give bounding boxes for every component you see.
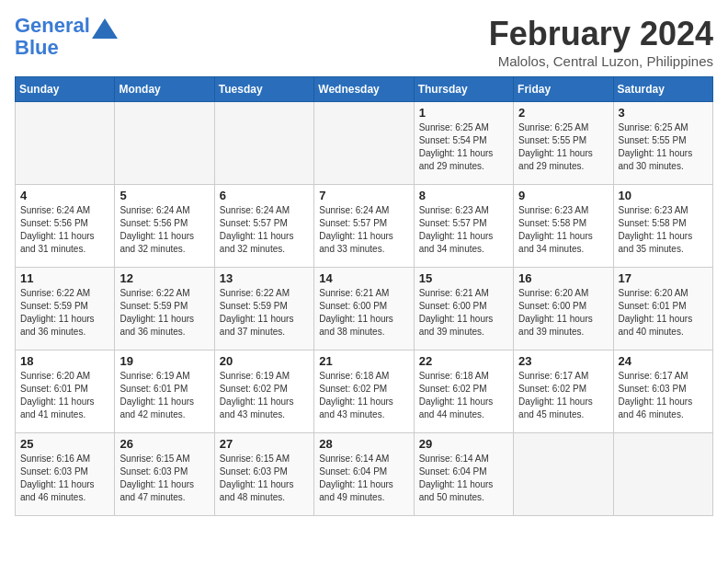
day-info: Sunrise: 6:23 AM Sunset: 5:58 PM Dayligh… bbox=[619, 204, 708, 256]
day-cell: 9Sunrise: 6:23 AM Sunset: 5:58 PM Daylig… bbox=[514, 185, 613, 268]
day-number: 6 bbox=[220, 189, 309, 202]
day-number: 25 bbox=[20, 437, 109, 451]
day-info: Sunrise: 6:20 AM Sunset: 6:00 PM Dayligh… bbox=[518, 287, 608, 339]
day-info: Sunrise: 6:25 AM Sunset: 5:55 PM Dayligh… bbox=[518, 121, 608, 173]
day-info: Sunrise: 6:15 AM Sunset: 6:03 PM Dayligh… bbox=[220, 453, 309, 504]
day-info: Sunrise: 6:17 AM Sunset: 6:03 PM Dayligh… bbox=[619, 370, 708, 421]
header: GeneralBlue February 2024 Malolos, Centr… bbox=[15, 15, 713, 69]
day-info: Sunrise: 6:14 AM Sunset: 6:04 PM Dayligh… bbox=[419, 453, 508, 504]
day-number: 11 bbox=[20, 271, 109, 285]
month-year-title: February 2024 bbox=[489, 15, 713, 53]
day-cell: 12Sunrise: 6:22 AM Sunset: 5:59 PM Dayli… bbox=[115, 268, 214, 350]
day-info: Sunrise: 6:21 AM Sunset: 6:00 PM Dayligh… bbox=[319, 287, 408, 339]
svg-marker-0 bbox=[92, 18, 118, 39]
day-info: Sunrise: 6:23 AM Sunset: 5:58 PM Dayligh… bbox=[518, 204, 608, 256]
day-number: 29 bbox=[419, 437, 508, 451]
day-info: Sunrise: 6:25 AM Sunset: 5:54 PM Dayligh… bbox=[419, 121, 508, 173]
day-info: Sunrise: 6:18 AM Sunset: 6:02 PM Dayligh… bbox=[319, 370, 408, 421]
day-number: 4 bbox=[20, 189, 109, 202]
day-number: 24 bbox=[619, 354, 708, 368]
calendar-table: SundayMondayTuesdayWednesdayThursdayFrid… bbox=[15, 76, 713, 516]
day-info: Sunrise: 6:22 AM Sunset: 5:59 PM Dayligh… bbox=[220, 287, 309, 339]
day-cell: 11Sunrise: 6:22 AM Sunset: 5:59 PM Dayli… bbox=[16, 268, 115, 350]
day-cell: 21Sunrise: 6:18 AM Sunset: 6:02 PM Dayli… bbox=[314, 350, 414, 433]
week-row-2: 11Sunrise: 6:22 AM Sunset: 5:59 PM Dayli… bbox=[16, 268, 713, 350]
day-cell bbox=[16, 102, 115, 185]
logo-icon bbox=[92, 18, 118, 39]
day-cell: 14Sunrise: 6:21 AM Sunset: 6:00 PM Dayli… bbox=[314, 268, 414, 350]
day-cell bbox=[613, 433, 712, 516]
day-info: Sunrise: 6:17 AM Sunset: 6:02 PM Dayligh… bbox=[518, 370, 608, 421]
day-info: Sunrise: 6:16 AM Sunset: 6:03 PM Dayligh… bbox=[20, 453, 109, 504]
day-number: 28 bbox=[319, 437, 408, 451]
day-cell: 23Sunrise: 6:17 AM Sunset: 6:02 PM Dayli… bbox=[514, 350, 613, 433]
day-cell: 16Sunrise: 6:20 AM Sunset: 6:00 PM Dayli… bbox=[514, 268, 613, 350]
day-number: 16 bbox=[518, 271, 608, 285]
header-cell-thursday: Thursday bbox=[414, 77, 513, 102]
calendar-body: 1Sunrise: 6:25 AM Sunset: 5:54 PM Daylig… bbox=[16, 102, 713, 516]
header-cell-wednesday: Wednesday bbox=[314, 77, 414, 102]
day-cell: 13Sunrise: 6:22 AM Sunset: 5:59 PM Dayli… bbox=[214, 268, 313, 350]
day-cell: 3Sunrise: 6:25 AM Sunset: 5:55 PM Daylig… bbox=[613, 102, 712, 185]
day-info: Sunrise: 6:24 AM Sunset: 5:56 PM Dayligh… bbox=[119, 204, 209, 256]
day-cell: 22Sunrise: 6:18 AM Sunset: 6:02 PM Dayli… bbox=[414, 350, 513, 433]
day-number: 22 bbox=[419, 354, 508, 368]
day-cell: 10Sunrise: 6:23 AM Sunset: 5:58 PM Dayli… bbox=[613, 185, 712, 268]
day-cell: 2Sunrise: 6:25 AM Sunset: 5:55 PM Daylig… bbox=[514, 102, 613, 185]
day-info: Sunrise: 6:19 AM Sunset: 6:01 PM Dayligh… bbox=[119, 370, 209, 421]
day-cell: 1Sunrise: 6:25 AM Sunset: 5:54 PM Daylig… bbox=[414, 102, 513, 185]
day-cell bbox=[314, 102, 414, 185]
day-cell: 24Sunrise: 6:17 AM Sunset: 6:03 PM Dayli… bbox=[613, 350, 712, 433]
day-cell: 18Sunrise: 6:20 AM Sunset: 6:01 PM Dayli… bbox=[16, 350, 115, 433]
day-number: 18 bbox=[20, 354, 109, 368]
day-info: Sunrise: 6:14 AM Sunset: 6:04 PM Dayligh… bbox=[319, 453, 408, 504]
day-info: Sunrise: 6:25 AM Sunset: 5:55 PM Dayligh… bbox=[619, 121, 708, 173]
day-cell bbox=[514, 433, 613, 516]
day-number: 9 bbox=[518, 189, 608, 202]
day-cell: 29Sunrise: 6:14 AM Sunset: 6:04 PM Dayli… bbox=[414, 433, 513, 516]
day-info: Sunrise: 6:24 AM Sunset: 5:57 PM Dayligh… bbox=[220, 204, 309, 256]
header-cell-saturday: Saturday bbox=[613, 77, 712, 102]
day-cell: 25Sunrise: 6:16 AM Sunset: 6:03 PM Dayli… bbox=[16, 433, 115, 516]
day-cell: 28Sunrise: 6:14 AM Sunset: 6:04 PM Dayli… bbox=[314, 433, 414, 516]
day-number: 23 bbox=[518, 354, 608, 368]
day-cell: 17Sunrise: 6:20 AM Sunset: 6:01 PM Dayli… bbox=[613, 268, 712, 350]
day-cell bbox=[115, 102, 214, 185]
day-cell: 4Sunrise: 6:24 AM Sunset: 5:56 PM Daylig… bbox=[16, 185, 115, 268]
day-cell: 6Sunrise: 6:24 AM Sunset: 5:57 PM Daylig… bbox=[214, 185, 313, 268]
header-cell-tuesday: Tuesday bbox=[214, 77, 313, 102]
day-info: Sunrise: 6:23 AM Sunset: 5:57 PM Dayligh… bbox=[419, 204, 508, 256]
week-row-4: 25Sunrise: 6:16 AM Sunset: 6:03 PM Dayli… bbox=[16, 433, 713, 516]
day-number: 12 bbox=[119, 271, 209, 285]
day-cell: 7Sunrise: 6:24 AM Sunset: 5:57 PM Daylig… bbox=[314, 185, 414, 268]
day-number: 14 bbox=[319, 271, 408, 285]
logo-text: GeneralBlue bbox=[15, 15, 90, 59]
day-number: 8 bbox=[419, 189, 508, 202]
day-cell: 20Sunrise: 6:19 AM Sunset: 6:02 PM Dayli… bbox=[214, 350, 313, 433]
week-row-1: 4Sunrise: 6:24 AM Sunset: 5:56 PM Daylig… bbox=[16, 185, 713, 268]
day-info: Sunrise: 6:24 AM Sunset: 5:56 PM Dayligh… bbox=[20, 204, 109, 256]
location-subtitle: Malolos, Central Luzon, Philippines bbox=[489, 53, 713, 69]
title-section: February 2024 Malolos, Central Luzon, Ph… bbox=[489, 15, 713, 69]
day-number: 20 bbox=[220, 354, 309, 368]
day-number: 1 bbox=[419, 106, 508, 120]
day-number: 21 bbox=[319, 354, 408, 368]
week-row-0: 1Sunrise: 6:25 AM Sunset: 5:54 PM Daylig… bbox=[16, 102, 713, 185]
day-number: 26 bbox=[119, 437, 209, 451]
header-cell-sunday: Sunday bbox=[16, 77, 115, 102]
day-cell: 5Sunrise: 6:24 AM Sunset: 5:56 PM Daylig… bbox=[115, 185, 214, 268]
day-number: 7 bbox=[319, 189, 408, 202]
header-row: SundayMondayTuesdayWednesdayThursdayFrid… bbox=[16, 77, 713, 102]
header-cell-monday: Monday bbox=[115, 77, 214, 102]
day-info: Sunrise: 6:19 AM Sunset: 6:02 PM Dayligh… bbox=[220, 370, 309, 421]
day-cell: 27Sunrise: 6:15 AM Sunset: 6:03 PM Dayli… bbox=[214, 433, 313, 516]
week-row-3: 18Sunrise: 6:20 AM Sunset: 6:01 PM Dayli… bbox=[16, 350, 713, 433]
day-number: 5 bbox=[119, 189, 209, 202]
day-cell: 15Sunrise: 6:21 AM Sunset: 6:00 PM Dayli… bbox=[414, 268, 513, 350]
day-cell: 19Sunrise: 6:19 AM Sunset: 6:01 PM Dayli… bbox=[115, 350, 214, 433]
day-info: Sunrise: 6:20 AM Sunset: 6:01 PM Dayligh… bbox=[619, 287, 708, 339]
day-number: 10 bbox=[619, 189, 708, 202]
day-number: 19 bbox=[119, 354, 209, 368]
day-cell bbox=[214, 102, 313, 185]
day-info: Sunrise: 6:22 AM Sunset: 5:59 PM Dayligh… bbox=[20, 287, 109, 339]
